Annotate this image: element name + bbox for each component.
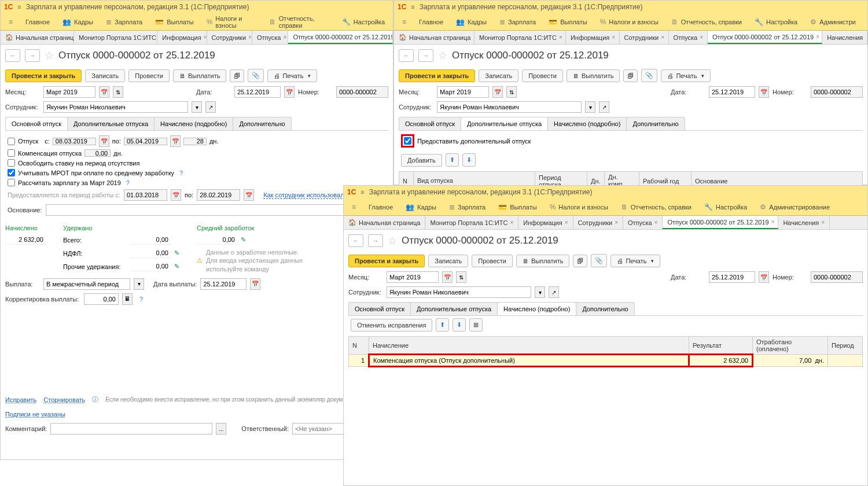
settings-button[interactable]: ⊞ — [469, 318, 483, 332]
menu-salary[interactable]: ≣Зарплата — [100, 16, 148, 28]
star-icon[interactable]: ☆ — [388, 234, 397, 247]
tab-info[interactable]: Информация× — [518, 216, 573, 229]
move-down-button[interactable]: ⬇ — [462, 153, 476, 167]
tab-home[interactable]: 🏠Начальная страница — [394, 31, 475, 44]
post-button[interactable]: Провести — [128, 69, 170, 82]
accrual-result-cell[interactable]: 2 632,00 — [689, 355, 753, 367]
menu-more[interactable]: ≡ — [396, 16, 412, 28]
menu-salary[interactable]: ≣Зарплата — [443, 201, 491, 213]
save-close-button[interactable]: Провести и закрыть — [5, 69, 82, 82]
give-extra-checkbox[interactable] — [404, 137, 411, 145]
subtab-extra[interactable]: Дополнительные отпуска — [461, 117, 548, 130]
tab-portal[interactable]: Монитор Портала 1С:ИТС× — [475, 31, 566, 44]
menu-main[interactable]: Главное — [20, 16, 56, 28]
tab-employees[interactable]: Сотрудники× — [573, 216, 623, 229]
basis-input[interactable] — [46, 204, 381, 216]
menu-staff[interactable]: 👥Кадры — [400, 201, 442, 213]
menu-settings[interactable]: 🔧Настройка — [698, 201, 753, 213]
star-icon[interactable]: ☆ — [438, 49, 447, 62]
signs-link[interactable]: Подписи не указаны — [5, 411, 65, 418]
tab-portal[interactable]: Монитор Портала 1С:ИТС× — [74, 31, 157, 44]
subtab-additional[interactable]: Дополнительно — [233, 117, 291, 130]
create-based-button[interactable]: 🗐 — [230, 69, 244, 82]
correction-input[interactable] — [84, 293, 119, 305]
tab-doc[interactable]: Отпуск 0000-000002 от 25.12.2019× — [663, 216, 778, 229]
attach-button[interactable]: 📎 — [641, 69, 657, 82]
subtab-main-leave[interactable]: Основной отпуск — [348, 302, 411, 315]
fix-link[interactable]: Исправить — [5, 396, 36, 403]
save-close-button[interactable]: Провести и закрыть — [399, 69, 475, 82]
move-down-button[interactable]: ⬇ — [453, 318, 466, 332]
dropdown-icon[interactable]: ▾ — [192, 101, 202, 113]
menu-taxes[interactable]: %Налоги и взносы — [201, 13, 262, 31]
menu-taxes[interactable]: %Налоги и взносы — [594, 16, 664, 28]
nav-fwd[interactable]: → — [418, 49, 433, 62]
menu-more[interactable]: ≡ — [346, 201, 362, 213]
accrual-name-cell[interactable]: Компенсация отпуска (Отпуск дополнительн… — [369, 355, 689, 367]
post-button[interactable]: Провести — [522, 69, 563, 82]
employee-input[interactable] — [387, 286, 531, 298]
subtab-main-leave[interactable]: Основной отпуск — [399, 117, 461, 130]
menu-salary[interactable]: ≣Зарплата — [494, 16, 542, 28]
date-input[interactable] — [709, 86, 755, 98]
menu-more[interactable]: ≡ — [3, 16, 19, 28]
menu-main[interactable]: Главное — [363, 201, 399, 213]
attach-button[interactable]: 📎 — [591, 254, 607, 267]
menu-admin[interactable]: ⚙Администри — [804, 16, 861, 28]
print-button[interactable]: 🖨Печать — [267, 69, 317, 82]
recalc-checkbox[interactable] — [8, 179, 15, 186]
tab-employees[interactable]: Сотрудники× — [620, 31, 669, 44]
nav-fwd[interactable]: → — [25, 49, 40, 62]
close-icon[interactable]: × — [284, 34, 287, 41]
comp-days[interactable] — [84, 149, 111, 157]
subtab-main-leave[interactable]: Основной отпуск — [5, 117, 68, 130]
pencil-icon[interactable]: ✎ — [241, 236, 246, 244]
nav-fwd[interactable]: → — [368, 234, 383, 247]
month-input[interactable] — [437, 86, 489, 98]
date-input[interactable] — [234, 86, 281, 98]
days-input[interactable] — [183, 138, 207, 145]
table-row[interactable]: 1 Компенсация отпуска (Отпуск дополнител… — [349, 355, 863, 367]
menu-payments[interactable]: 💳Выплаты — [543, 16, 593, 28]
star-icon[interactable]: ☆ — [45, 49, 54, 62]
tab-info[interactable]: Информация× — [566, 31, 620, 44]
storno-link[interactable]: Сторнировать — [43, 396, 85, 403]
leave-checkbox[interactable] — [8, 138, 15, 145]
pay-button[interactable]: 🗎Выплатить — [173, 69, 226, 82]
pencil-icon[interactable]: ✎ — [174, 263, 179, 270]
menu-reports[interactable]: 🗎Отчетность, справки — [665, 16, 748, 28]
open-icon[interactable]: ↗ — [205, 101, 216, 113]
calendar-icon[interactable]: 📅 — [99, 86, 109, 98]
help-icon[interactable]: ? — [126, 179, 130, 186]
nav-back[interactable]: ← — [348, 234, 363, 247]
pay-button[interactable]: 🗎Выплатить — [516, 255, 569, 267]
dropdown-icon[interactable]: ▾ — [134, 278, 144, 290]
attach-button[interactable]: 📎 — [248, 69, 264, 82]
calendar-icon[interactable]: 📅 — [171, 189, 181, 201]
menu-admin[interactable]: ⚙Администрирование — [754, 201, 836, 213]
pencil-icon[interactable]: ✎ — [174, 249, 179, 257]
write-button[interactable]: Записать — [428, 255, 468, 267]
menu-reports[interactable]: 🗎Отчетность, справки — [615, 201, 697, 213]
comment-input[interactable] — [50, 423, 212, 435]
date-to[interactable] — [124, 138, 167, 145]
calendar-icon[interactable]: 📅 — [250, 278, 260, 290]
subtab-extra[interactable]: Дополнительные отпуска — [410, 302, 498, 315]
tab-doc[interactable]: Отпуск 0000-000002 от 25.12.2019× — [288, 31, 393, 44]
stepper-button[interactable]: ⇅ — [113, 86, 123, 98]
move-up-button[interactable]: ⬆ — [436, 318, 449, 332]
tab-home[interactable]: 🏠Начальная страница — [1, 31, 74, 44]
print-button[interactable]: 🖨Печать — [610, 255, 660, 267]
menu-payments[interactable]: 💳Выплаты — [492, 201, 542, 213]
write-button[interactable]: Записать — [479, 69, 518, 82]
tab-accruals[interactable]: Начисления× — [778, 216, 830, 229]
tab-doc[interactable]: Отпуск 0000-000002 от 25.12.2019× — [708, 31, 822, 44]
help-icon[interactable]: ? — [139, 296, 143, 303]
menu-settings[interactable]: 🔧Настройка — [749, 16, 803, 28]
calendar-icon[interactable]: 📅 — [170, 135, 181, 147]
subtab-accrued[interactable]: Начислено (подробно) — [154, 117, 233, 130]
calendar-icon[interactable]: 📅 — [99, 135, 109, 147]
payout-period[interactable] — [43, 278, 130, 290]
post-button[interactable]: Провести — [472, 255, 513, 267]
tab-leaves[interactable]: Отпуска× — [623, 216, 663, 229]
